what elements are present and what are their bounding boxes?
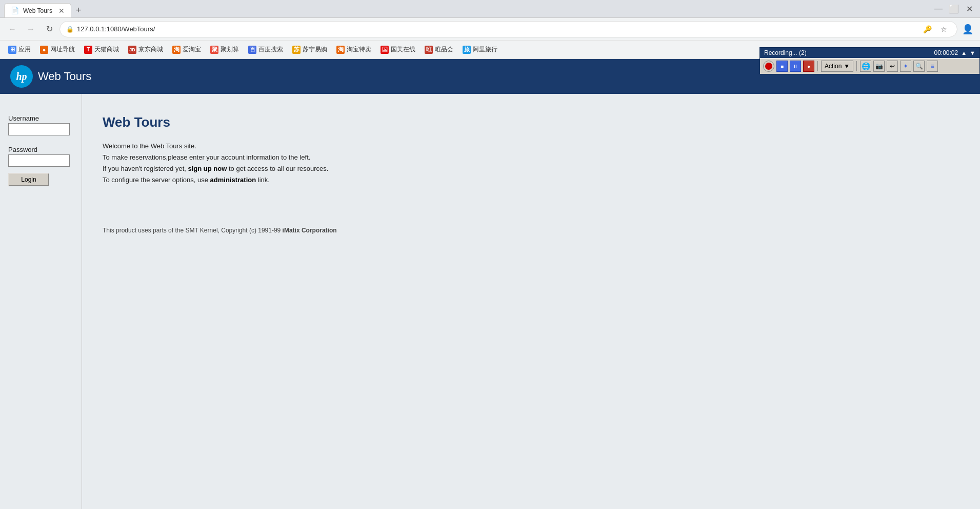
admin-pre-text: To configure the server options, use: [103, 176, 210, 184]
separator-2: [856, 61, 857, 71]
title-bar: 📄 Web Tours ✕ + — ⬜ ✕: [0, 0, 980, 18]
bookmark-juhuasuan[interactable]: 聚 聚划算: [206, 43, 243, 56]
bookmark-juhuasuan-label: 聚划算: [221, 45, 239, 54]
active-tab[interactable]: 📄 Web Tours ✕: [4, 3, 71, 17]
hp-logo: hp Web Tours: [10, 65, 91, 88]
bookmark-taobao2-label: 淘宝特卖: [347, 45, 371, 54]
admin-post-text: link.: [256, 176, 270, 184]
signup-post-text: to get access to all our resources.: [227, 165, 328, 172]
username-label: Username: [8, 114, 73, 122]
bookmark-nav-label: 网址导航: [50, 45, 75, 54]
login-button[interactable]: Login: [8, 173, 49, 186]
recording-collapse-btn[interactable]: ▼: [970, 50, 975, 56]
bookmark-tmall[interactable]: T 天猫商城: [80, 43, 123, 56]
refresh-button[interactable]: ↻: [41, 21, 57, 37]
site-nav-title: Web Tours: [38, 70, 91, 83]
bookmark-vip[interactable]: 唯 唯品会: [421, 43, 457, 56]
bookmark-baidu-label: 百度搜索: [258, 45, 283, 54]
back-icon: ↩: [890, 63, 895, 70]
url-bar-actions: 🔑 ☆: [920, 22, 951, 36]
bookmark-apps-label: 应用: [18, 45, 31, 54]
alitravel-icon: 旅: [463, 46, 471, 54]
bookmark-suning[interactable]: 苏 苏宁易购: [288, 43, 331, 56]
camera-icon: 📷: [875, 63, 883, 70]
vip-icon: 唯: [425, 46, 433, 54]
main-content-area: Web Tours Welcome to the Web Tours site.…: [82, 94, 980, 509]
guomei-icon: 国: [381, 46, 389, 54]
rec-icon-btn-4[interactable]: ✦: [900, 61, 911, 72]
bookmark-taobao2[interactable]: 淘 淘宝特卖: [332, 43, 375, 56]
bookmark-tmall-label: 天猫商城: [94, 45, 119, 54]
star-button[interactable]: ☆: [936, 22, 951, 36]
username-input[interactable]: [8, 123, 70, 135]
forward-button[interactable]: →: [23, 21, 39, 37]
main-body-text: Welcome to the Web Tours site. To make r…: [103, 141, 959, 186]
minimize-button[interactable]: —: [932, 2, 945, 15]
page-content: hp Web Tours Username Password Login W: [0, 59, 980, 509]
footer: This product uses parts of the SMT Kerne…: [103, 227, 959, 234]
url-text: 127.0.0.1:1080/WebTours/: [77, 25, 917, 33]
recording-expand-btn[interactable]: ▲: [961, 50, 967, 56]
rec-stop-btn[interactable]: [763, 61, 774, 72]
stop-icon: [765, 63, 772, 70]
signup-now-link[interactable]: sign up now: [188, 165, 227, 172]
rec-icon-btn-1[interactable]: 🌐: [860, 61, 871, 72]
footer-brand: iMatix Corporation: [283, 227, 337, 234]
bookmark-baidu[interactable]: 百 百度搜索: [244, 43, 287, 56]
maximize-button[interactable]: ⬜: [947, 2, 961, 15]
close-button[interactable]: ✕: [963, 2, 976, 15]
sidebar: Username Password Login: [0, 94, 82, 509]
bookmark-jd[interactable]: JD 京东商城: [124, 43, 167, 56]
taobao2-icon: 淘: [336, 46, 345, 54]
tab-close-btn[interactable]: ✕: [58, 7, 65, 15]
footer-pre-text: This product uses parts of the SMT Kerne…: [103, 227, 283, 234]
suning-icon: 苏: [292, 46, 301, 54]
new-tab-button[interactable]: +: [71, 3, 86, 17]
lock-icon: 🔒: [66, 26, 74, 33]
rec-icon-btn-3[interactable]: ↩: [887, 61, 898, 72]
administration-link[interactable]: administration: [210, 176, 256, 184]
tmall-icon: T: [84, 46, 92, 54]
address-bar: ← → ↻ 🔒 127.0.0.1:1080/WebTours/ 🔑 ☆ 👤: [0, 18, 980, 41]
signup-pre-text: If you haven't registered yet,: [103, 165, 188, 172]
rec-record-btn[interactable]: ●: [803, 61, 814, 72]
profile-button[interactable]: 👤: [959, 21, 976, 37]
password-input[interactable]: [8, 154, 70, 167]
record-icon: ●: [807, 64, 810, 69]
bookmark-guomei[interactable]: 国 国美在线: [376, 43, 419, 56]
rec-blue-square-btn[interactable]: ■: [776, 61, 788, 72]
recording-title: Recording... (2): [764, 49, 807, 56]
rec-icon-btn-6[interactable]: ≡: [927, 61, 938, 72]
apps-icon: ⊞: [8, 46, 16, 54]
recording-controls: ■ ⏸ ● Action ▼ 🌐 📷: [760, 58, 979, 74]
fire-icon: 🌐: [862, 62, 870, 70]
rec-icon-btn-2[interactable]: 📷: [873, 61, 885, 72]
script-icon: ≡: [931, 63, 934, 70]
bookmark-taobao[interactable]: 淘 爱淘宝: [168, 43, 205, 56]
key-icon-btn[interactable]: 🔑: [920, 22, 934, 36]
bookmark-alitravel[interactable]: 旅 阿里旅行: [458, 43, 502, 56]
url-bar[interactable]: 🔒 127.0.0.1:1080/WebTours/ 🔑 ☆: [59, 21, 957, 37]
taobao-icon: 淘: [172, 46, 181, 54]
back-button[interactable]: ←: [4, 21, 21, 37]
juhuasuan-icon: 聚: [210, 46, 218, 54]
admin-line: To configure the server options, use adm…: [103, 174, 959, 186]
pause-icon: ⏸: [793, 64, 798, 69]
recording-header: Recording... (2) 00:00:02 ▲ ▼: [760, 48, 979, 58]
dropdown-arrow-icon: ▼: [844, 63, 850, 70]
bookmark-apps[interactable]: ⊞ 应用: [4, 43, 35, 56]
rec-icon-btn-5[interactable]: 🔍: [913, 61, 925, 72]
signup-line: If you haven't registered yet, sign up n…: [103, 163, 959, 174]
tab-area: 📄 Web Tours ✕ +: [4, 0, 928, 17]
rec-pause-btn[interactable]: ⏸: [790, 61, 801, 72]
bookmark-vip-label: 唯品会: [435, 45, 453, 54]
content-area: Username Password Login Web Tours Welcom…: [0, 94, 980, 509]
action-label: Action: [825, 63, 842, 70]
tab-title: Web Tours: [23, 7, 52, 14]
search2-icon: 🔍: [915, 63, 923, 70]
bookmark-guomei-label: 国美在线: [391, 45, 415, 54]
bookmark-nav[interactable]: ● 网址导航: [36, 43, 79, 56]
tab-page-icon: 📄: [11, 7, 19, 14]
action-dropdown[interactable]: Action ▼: [821, 61, 853, 72]
welcome-line: Welcome to the Web Tours site.: [103, 141, 959, 152]
